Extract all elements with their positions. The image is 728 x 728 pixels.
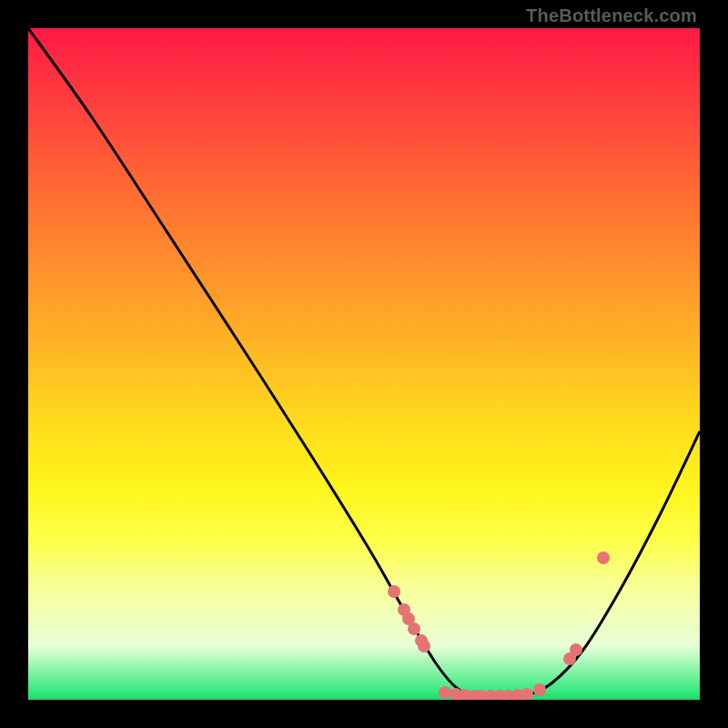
watermark-text: TheBottleneck.com xyxy=(526,5,697,26)
plot-area xyxy=(28,28,700,700)
heat-gradient-background xyxy=(28,28,700,700)
chart-frame: TheBottleneck.com xyxy=(0,0,728,728)
